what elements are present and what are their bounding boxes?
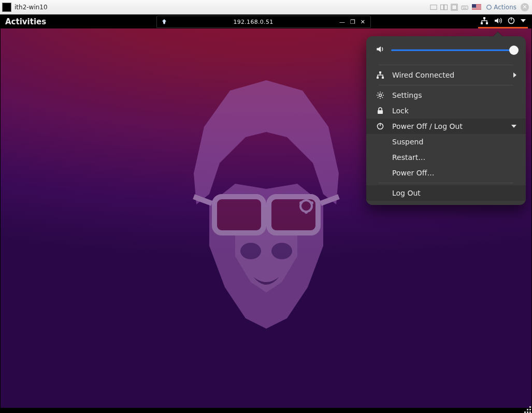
svg-point-20 — [310, 201, 313, 204]
network-icon — [480, 17, 488, 25]
power-submenu: Suspend Restart… Power Off… Log Out — [366, 134, 526, 201]
svg-rect-5 — [462, 6, 468, 9]
svg-rect-13 — [486, 22, 488, 24]
vnc-minimize-icon[interactable]: — — [339, 19, 345, 25]
svg-point-26 — [379, 94, 382, 97]
svg-rect-24 — [377, 77, 379, 79]
lock-label: Lock — [392, 107, 516, 115]
vnc-maximize-icon[interactable]: ❐ — [350, 19, 355, 25]
fullscreen-icon[interactable] — [450, 3, 458, 11]
caret-down-icon — [521, 19, 526, 22]
suspend-label: Suspend — [392, 138, 516, 146]
menu-item-logout[interactable]: Log Out — [366, 185, 526, 201]
svg-rect-0 — [430, 5, 437, 9]
svg-rect-25 — [382, 77, 384, 79]
power-group-label: Power Off / Log Out — [392, 122, 504, 130]
volume-speaker-icon — [376, 45, 385, 55]
console-icon — [2, 3, 11, 12]
chevron-right-icon — [513, 72, 516, 78]
svg-rect-16 — [214, 197, 264, 233]
menu-item-network[interactable]: Wired Connected — [366, 67, 526, 83]
logout-label: Log Out — [392, 189, 516, 197]
restart-label: Restart… — [392, 153, 516, 161]
actions-menu[interactable]: Actions — [485, 4, 516, 11]
svg-rect-15 — [511, 18, 512, 21]
esxi-close-icon[interactable]: ✕ — [521, 3, 529, 11]
resize-grip-icon[interactable] — [524, 406, 531, 413]
svg-rect-11 — [483, 17, 485, 19]
separator — [379, 85, 513, 85]
vnc-title: 192.168.0.51 — [167, 19, 339, 25]
settings-label: Settings — [392, 91, 516, 99]
flag-us-icon[interactable] — [472, 4, 481, 10]
poweroff-label: Power Off… — [392, 169, 516, 177]
power-menu-icon — [376, 122, 385, 130]
svg-rect-2 — [444, 5, 448, 10]
svg-rect-29 — [380, 123, 381, 126]
network-wired-icon — [376, 71, 385, 79]
window-icon[interactable] — [429, 3, 438, 11]
vnc-close-icon[interactable]: ✕ — [361, 19, 365, 25]
separator — [379, 183, 513, 183]
svg-rect-8 — [465, 7, 466, 7]
esxi-title-bar: ith2-win10 Actions ✕ — [0, 0, 532, 14]
volume-icon — [494, 17, 502, 25]
separator — [379, 65, 513, 65]
wallpaper-gorilla-icon — [157, 70, 375, 351]
menu-item-restart[interactable]: Restart… — [366, 150, 526, 165]
vnc-window-title: 192.168.0.51 — ❐ ✕ — [156, 16, 371, 28]
vm-name: ith2-win10 — [15, 4, 48, 11]
svg-rect-4 — [452, 5, 457, 9]
power-icon — [507, 17, 515, 25]
system-menu: Wired Connected Settings Lock Power Off … — [366, 36, 526, 205]
pin-icon[interactable] — [161, 19, 167, 25]
volume-row — [366, 40, 526, 63]
vm-stage: Activities 16 49 192.168.0.51 — ❐ ✕ — [0, 14, 532, 413]
svg-rect-27 — [378, 110, 383, 114]
lock-icon — [376, 107, 385, 115]
svg-rect-18 — [261, 205, 271, 211]
gear-icon — [376, 91, 385, 99]
svg-rect-9 — [463, 8, 467, 8]
activities-button[interactable]: Activities — [5, 17, 46, 26]
network-label: Wired Connected — [392, 71, 506, 79]
menu-item-power-group[interactable]: Power Off / Log Out — [366, 119, 526, 134]
svg-point-10 — [487, 5, 492, 9]
svg-rect-23 — [379, 71, 381, 73]
dual-window-icon[interactable] — [440, 3, 448, 11]
svg-rect-6 — [463, 7, 464, 7]
menu-item-lock[interactable]: Lock — [366, 103, 526, 119]
menu-item-settings[interactable]: Settings — [366, 87, 526, 103]
svg-rect-12 — [481, 22, 483, 24]
actions-label: Actions — [494, 4, 516, 11]
volume-slider[interactable] — [391, 46, 516, 55]
keyboard-icon[interactable] — [461, 3, 469, 11]
menu-item-poweroff[interactable]: Power Off… — [366, 165, 526, 181]
svg-rect-1 — [441, 5, 444, 10]
status-area[interactable] — [478, 14, 528, 28]
chevron-down-icon — [511, 125, 516, 128]
menu-item-suspend[interactable]: Suspend — [366, 134, 526, 150]
svg-point-21 — [299, 201, 303, 204]
svg-point-22 — [305, 211, 308, 214]
svg-rect-7 — [464, 7, 465, 7]
